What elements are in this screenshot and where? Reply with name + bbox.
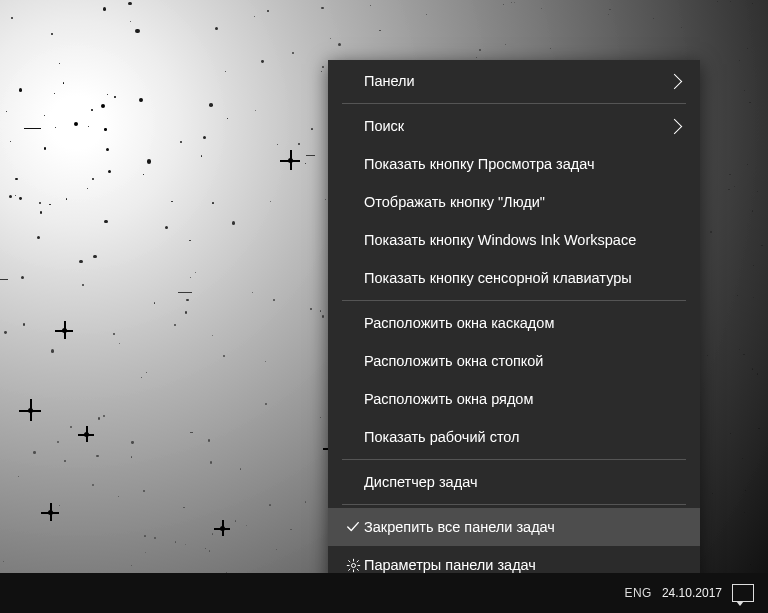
menu-item-label: Отображать кнопку "Люди" — [364, 194, 686, 210]
menu-item[interactable]: Показать кнопку сенсорной клавиатуры — [328, 259, 700, 297]
menu-item-label: Панели — [364, 73, 669, 89]
menu-item[interactable]: Расположить окна стопкой — [328, 342, 700, 380]
menu-item[interactable]: Диспетчер задач — [328, 463, 700, 501]
taskbar[interactable]: ENG 24.10.2017 — [0, 573, 768, 613]
menu-item-label: Параметры панели задач — [364, 557, 686, 573]
action-center-icon[interactable] — [732, 584, 754, 602]
menu-item[interactable]: Показать кнопку Просмотра задач — [328, 145, 700, 183]
menu-item-label: Расположить окна рядом — [364, 391, 686, 407]
menu-item[interactable]: Панели — [328, 62, 700, 100]
chevron-right-icon — [667, 118, 683, 134]
menu-item[interactable]: Показать рабочий стол — [328, 418, 700, 456]
svg-point-0 — [351, 563, 355, 567]
language-indicator[interactable]: ENG — [624, 586, 652, 600]
menu-item-label: Показать кнопку сенсорной клавиатуры — [364, 270, 686, 286]
menu-item[interactable]: Расположить окна рядом — [328, 380, 700, 418]
menu-item[interactable]: Расположить окна каскадом — [328, 304, 700, 342]
menu-item[interactable]: Показать кнопку Windows Ink Workspace — [328, 221, 700, 259]
gear-icon — [342, 558, 364, 573]
menu-item-label: Диспетчер задач — [364, 474, 686, 490]
menu-separator — [342, 504, 686, 505]
menu-separator — [342, 459, 686, 460]
menu-separator — [342, 300, 686, 301]
menu-item[interactable]: Поиск — [328, 107, 700, 145]
menu-separator — [342, 103, 686, 104]
menu-item-label: Поиск — [364, 118, 669, 134]
menu-item[interactable]: Закрепить все панели задач — [328, 508, 700, 546]
taskbar-date[interactable]: 24.10.2017 — [662, 586, 722, 600]
menu-item-label: Показать кнопку Просмотра задач — [364, 156, 686, 172]
menu-item[interactable]: Отображать кнопку "Люди" — [328, 183, 700, 221]
check-icon — [342, 520, 364, 534]
chevron-right-icon — [667, 73, 683, 89]
taskbar-context-menu: ПанелиПоискПоказать кнопку Просмотра зад… — [328, 60, 700, 586]
menu-item-label: Закрепить все панели задач — [364, 519, 686, 535]
menu-item-label: Показать кнопку Windows Ink Workspace — [364, 232, 686, 248]
menu-item-label: Показать рабочий стол — [364, 429, 686, 445]
menu-item-label: Расположить окна каскадом — [364, 315, 686, 331]
menu-item-label: Расположить окна стопкой — [364, 353, 686, 369]
